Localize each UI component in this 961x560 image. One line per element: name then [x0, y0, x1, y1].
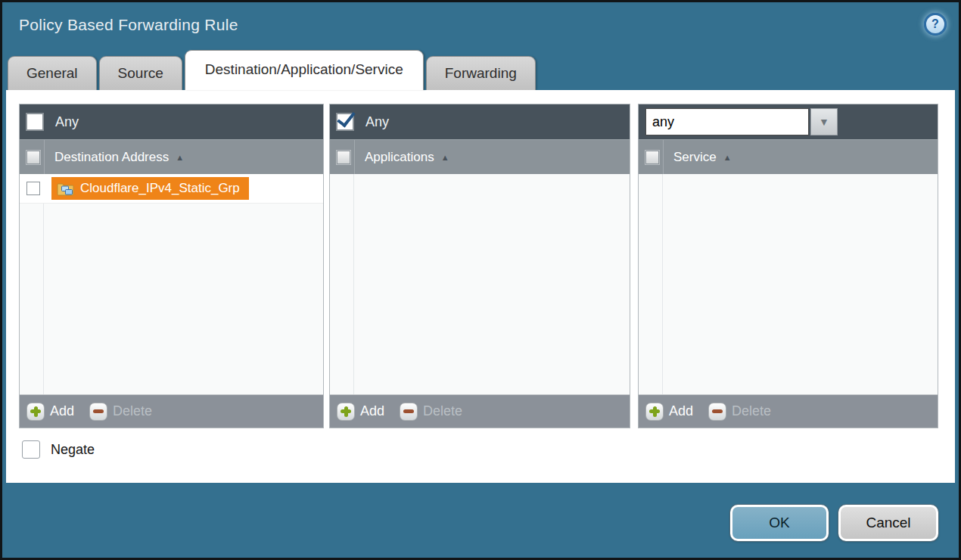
negate-label: Negate [51, 442, 95, 458]
service-dropdown: any ▼ [645, 108, 838, 135]
header-divider [44, 140, 45, 174]
list-column-divider [662, 174, 663, 394]
list-item-cloudflare-group[interactable]: Cloudflare_IPv4_Static_Grp [20, 174, 323, 204]
header-divider [663, 140, 664, 174]
help-icon[interactable]: ? [924, 13, 947, 36]
delete-label: Delete [113, 403, 152, 419]
tab-general[interactable]: General [8, 56, 97, 90]
applications-select-all-checkbox[interactable] [337, 151, 350, 164]
service-footer: Add Delete [639, 394, 938, 428]
add-button[interactable]: Add [26, 403, 74, 421]
delete-minus-icon [89, 403, 107, 421]
applications-any-checkbox[interactable] [337, 114, 353, 130]
cancel-button[interactable]: Cancel [838, 505, 938, 541]
applications-footer: Add Delete [330, 394, 630, 428]
applications-any-label: Any [365, 114, 389, 130]
help-glyph: ? [931, 17, 939, 31]
applications-list [330, 174, 630, 394]
delete-button[interactable]: Delete [400, 403, 462, 421]
negate-row: Negate [22, 440, 938, 459]
add-plus-icon [645, 403, 664, 421]
applications-column-header-row: Applications ▲ [330, 139, 630, 174]
list-column-divider [43, 174, 44, 394]
tab-destination-application-service[interactable]: Destination/Application/Service [185, 50, 424, 90]
add-button[interactable]: Add [645, 403, 693, 421]
service-dropdown-header: any ▼ [639, 104, 938, 139]
ok-button[interactable]: OK [730, 505, 829, 541]
sort-asc-icon[interactable]: ▲ [723, 153, 732, 162]
destination-footer: Add Delete [20, 394, 323, 428]
address-object-label: Cloudflare_IPv4_Static_Grp [80, 181, 240, 196]
add-button[interactable]: Add [337, 403, 384, 421]
add-plus-icon [337, 403, 355, 421]
destination-column-header[interactable]: Destination Address [54, 150, 169, 165]
service-column: any ▼ Service ▲ [638, 104, 938, 428]
destination-address-list: Cloudflare_IPv4_Static_Grp [20, 174, 323, 394]
delete-minus-icon [400, 403, 418, 421]
delete-label: Delete [423, 403, 462, 419]
service-dropdown-button[interactable]: ▼ [810, 108, 838, 135]
dialog-action-bar: OK Cancel [730, 505, 938, 541]
sort-asc-icon[interactable]: ▲ [176, 153, 184, 162]
destination-any-label: Any [55, 114, 79, 130]
sort-asc-icon[interactable]: ▲ [441, 153, 449, 162]
header-divider [354, 140, 355, 174]
tab-content-panel: Any Destination Address ▲ [6, 90, 955, 483]
add-plus-icon [26, 403, 45, 421]
chevron-down-icon: ▼ [819, 116, 829, 128]
add-label: Add [669, 403, 693, 419]
tab-bar: General Source Destination/Application/S… [8, 51, 959, 90]
pbf-rule-dialog: Policy Based Forwarding Rule ? General S… [0, 0, 961, 560]
destination-address-column: Any Destination Address ▲ [19, 104, 324, 428]
applications-any-header: Any [330, 104, 630, 139]
negate-checkbox[interactable] [22, 440, 40, 459]
add-label: Add [50, 403, 74, 419]
service-select-all-checkbox[interactable] [645, 151, 659, 164]
destination-any-header: Any [20, 104, 323, 139]
column-container: Any Destination Address ▲ [19, 104, 938, 428]
row-checkbox[interactable] [26, 182, 40, 195]
service-list [639, 174, 938, 394]
tab-forwarding[interactable]: Forwarding [426, 56, 536, 90]
dialog-title: Policy Based Forwarding Rule [19, 16, 238, 34]
delete-button[interactable]: Delete [89, 403, 152, 421]
dialog-titlebar: Policy Based Forwarding Rule ? [2, 2, 959, 51]
destination-select-all-checkbox[interactable] [26, 151, 40, 164]
applications-column: Any Applications ▲ Add [329, 104, 630, 428]
destination-any-checkbox[interactable] [26, 114, 43, 130]
destination-column-header-row: Destination Address ▲ [20, 139, 323, 174]
add-label: Add [360, 403, 384, 419]
service-column-header[interactable]: Service [673, 150, 717, 165]
tab-source[interactable]: Source [99, 56, 182, 90]
service-column-header-row: Service ▲ [639, 139, 938, 174]
selected-address-object[interactable]: Cloudflare_IPv4_Static_Grp [51, 177, 249, 200]
delete-button[interactable]: Delete [708, 403, 771, 421]
applications-column-header[interactable]: Applications [365, 150, 434, 165]
delete-minus-icon [708, 403, 726, 421]
address-group-icon [57, 182, 74, 196]
service-dropdown-value[interactable]: any [645, 108, 809, 135]
list-column-divider [353, 174, 354, 394]
delete-label: Delete [732, 403, 771, 419]
